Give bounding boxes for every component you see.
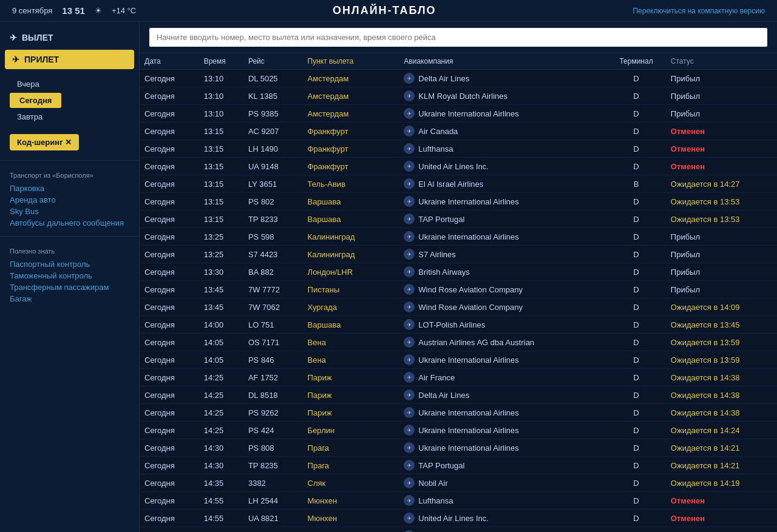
cell-dest[interactable]: Амстердам xyxy=(303,105,399,123)
airline-name: Ukraine International Airlines xyxy=(418,426,518,435)
cell-airline: ✈ Ukraine International Airlines xyxy=(399,527,606,533)
airline-name: Wind Rose Aviation Company xyxy=(418,285,523,294)
cell-date: Сегодня xyxy=(140,158,199,175)
cell-dest[interactable]: Пистаны xyxy=(303,281,399,298)
day-tomorrow[interactable]: Завтра xyxy=(10,109,129,124)
cell-dest[interactable]: Париж xyxy=(303,404,399,422)
cell-dest[interactable]: Франкфурт xyxy=(303,158,399,175)
table-row[interactable]: Сегодня 13:45 7W 7062 Хургада ✈ Wind Ros… xyxy=(140,298,777,316)
table-row[interactable]: Сегодня 14:25 AF 1752 Париж ✈ Air France… xyxy=(140,369,777,386)
cell-status: Прибыл xyxy=(666,70,777,87)
table-row[interactable]: Сегодня 13:15 TP 8233 Варшава ✈ TAP Port… xyxy=(140,210,777,228)
cell-dest[interactable]: Хургада xyxy=(303,298,399,316)
codeshare-button[interactable]: Код-шеринг ✕ xyxy=(10,134,79,150)
sidebar-link-rental[interactable]: Аренда авто xyxy=(10,194,129,206)
arrival-button[interactable]: ✈ ПРИЛЕТ xyxy=(5,50,134,69)
compact-version-link[interactable]: Переключиться на компактную версию xyxy=(633,7,765,15)
table-row[interactable]: Сегодня 14:25 PS 424 Берлин ✈ Ukraine In… xyxy=(140,422,777,439)
info-title: Полезно знать xyxy=(10,247,129,255)
sidebar-link-baggage[interactable]: Багаж xyxy=(10,293,129,305)
table-row[interactable]: Сегодня 14:00 LO 751 Варшава ✈ LOT-Polis… xyxy=(140,316,777,334)
table-row[interactable]: Сегодня 14:30 PS 808 Прага ✈ Ukraine Int… xyxy=(140,439,777,457)
cell-airline: ✈ Ukraine International Airlines xyxy=(399,439,606,457)
sidebar-link-parking[interactable]: Парковка xyxy=(10,183,129,194)
table-row[interactable]: Сегодня 15:05 PS 172 Стокгольм ✈ Ukraine… xyxy=(140,527,777,533)
table-row[interactable]: Сегодня 13:15 UA 9148 Франкфурт ✈ United… xyxy=(140,158,777,175)
airline-name: Delta Air Lines xyxy=(418,74,469,83)
cell-time: 13:45 xyxy=(199,281,243,298)
cell-dest[interactable]: Варшава xyxy=(303,193,399,210)
cell-time: 13:15 xyxy=(199,175,243,193)
search-bar xyxy=(140,22,777,53)
table-row[interactable]: Сегодня 13:30 BA 882 Лондон/LHR ✈ Britis… xyxy=(140,263,777,281)
table-row[interactable]: Сегодня 14:05 OS 7171 Вена ✈ Austrian Ai… xyxy=(140,334,777,351)
sidebar-link-passport[interactable]: Паспортный контроль xyxy=(10,258,129,270)
cell-dest[interactable]: Франкфурт xyxy=(303,140,399,158)
flights-table-container[interactable]: Дата Время Рейс Пункт вылета Авиакомпани… xyxy=(140,53,777,532)
departure-button[interactable]: ✈ ВЫЛЕТ xyxy=(0,28,139,47)
cell-dest[interactable]: Париж xyxy=(303,386,399,404)
table-row[interactable]: Сегодня 13:15 LH 1490 Франкфурт ✈ Luftha… xyxy=(140,140,777,158)
table-row[interactable]: Сегодня 13:15 LY 3651 Тель-Авив ✈ El Al … xyxy=(140,175,777,193)
day-today[interactable]: Сегодня xyxy=(10,93,61,108)
table-row[interactable]: Сегодня 14:25 PS 9262 Париж ✈ Ukraine In… xyxy=(140,404,777,422)
cell-dest[interactable]: Лондон/LHR xyxy=(303,263,399,281)
table-row[interactable]: Сегодня 13:15 AC 9207 Франкфурт ✈ Air Ca… xyxy=(140,123,777,140)
cell-dest[interactable]: Прага xyxy=(303,457,399,474)
cell-dest[interactable]: Франкфурт xyxy=(303,123,399,140)
sidebar-link-skybus[interactable]: Sky Bus xyxy=(10,206,129,217)
table-row[interactable]: Сегодня 14:55 UA 8821 Мюнхен ✈ United Ai… xyxy=(140,510,777,527)
cell-dest[interactable]: Варшава xyxy=(303,210,399,228)
cell-flight: UA 9148 xyxy=(243,158,303,175)
cell-flight: DL 8518 xyxy=(243,386,303,404)
table-row[interactable]: Сегодня 14:05 PS 846 Вена ✈ Ukraine Inte… xyxy=(140,351,777,369)
cell-flight: PS 598 xyxy=(243,228,303,246)
cell-dest[interactable]: Амстердам xyxy=(303,87,399,105)
table-row[interactable]: Сегодня 14:30 TP 8235 Прага ✈ TAP Portug… xyxy=(140,457,777,474)
cell-dest[interactable]: Варшава xyxy=(303,316,399,334)
cell-dest[interactable]: Мюнхен xyxy=(303,510,399,527)
day-yesterday[interactable]: Вчера xyxy=(10,76,129,92)
cell-dest[interactable]: Сляк xyxy=(303,474,399,492)
table-row[interactable]: Сегодня 13:10 PS 9385 Амстердам ✈ Ukrain… xyxy=(140,105,777,123)
table-row[interactable]: Сегодня 13:45 7W 7772 Пистаны ✈ Wind Ros… xyxy=(140,281,777,298)
cell-dest[interactable]: Вена xyxy=(303,351,399,369)
cell-status: Прибыл xyxy=(666,105,777,123)
cell-flight: PS 424 xyxy=(243,422,303,439)
cell-dest[interactable]: Стокгольм xyxy=(303,527,399,533)
table-row[interactable]: Сегодня 14:25 DL 8518 Париж ✈ Delta Air … xyxy=(140,386,777,404)
airline-name: Ukraine International Airlines xyxy=(418,109,518,118)
table-row[interactable]: Сегодня 13:25 S7 4423 Калининград ✈ S7 A… xyxy=(140,246,777,263)
cell-dest[interactable]: Берлин xyxy=(303,422,399,439)
search-input[interactable] xyxy=(149,28,767,47)
table-row[interactable]: Сегодня 13:15 PS 802 Варшава ✈ Ukraine I… xyxy=(140,193,777,210)
airline-logo-icon: ✈ xyxy=(404,126,415,136)
cell-status: Отменен xyxy=(666,492,777,510)
cell-dest[interactable]: Вена xyxy=(303,334,399,351)
airline-name: Air Canada xyxy=(418,127,458,136)
cell-dest[interactable]: Прага xyxy=(303,439,399,457)
cell-dest[interactable]: Амстердам xyxy=(303,70,399,87)
cell-flight: PS 846 xyxy=(243,351,303,369)
col-header-dest: Пункт вылета xyxy=(303,53,399,70)
cell-terminal: D xyxy=(606,140,666,158)
cell-dest[interactable]: Тель-Авив xyxy=(303,175,399,193)
cell-time: 13:15 xyxy=(199,123,243,140)
arrival-icon: ✈ xyxy=(12,55,19,64)
cell-dest[interactable]: Париж xyxy=(303,369,399,386)
table-row[interactable]: Сегодня 14:35 3382 Сляк ✈ Nobil Air D Ож… xyxy=(140,474,777,492)
sidebar-link-transfer[interactable]: Трансферным пассажирам xyxy=(10,281,129,293)
cell-flight: 7W 7772 xyxy=(243,281,303,298)
sidebar-link-buses[interactable]: Автобусы дальнего сообщения xyxy=(10,217,129,229)
table-row[interactable]: Сегодня 13:10 KL 1385 Амстердам ✈ KLM Ro… xyxy=(140,87,777,105)
cell-dest[interactable]: Калининград xyxy=(303,246,399,263)
table-row[interactable]: Сегодня 14:55 LH 2544 Мюнхен ✈ Lufthansa… xyxy=(140,492,777,510)
cell-terminal: D xyxy=(606,70,666,87)
cell-status: Ожидается в 13:59 xyxy=(666,351,777,369)
cell-dest[interactable]: Калининград xyxy=(303,228,399,246)
airline-logo-icon: ✈ xyxy=(404,196,415,207)
cell-dest[interactable]: Мюнхен xyxy=(303,492,399,510)
table-row[interactable]: Сегодня 13:10 DL 5025 Амстердам ✈ Delta … xyxy=(140,70,777,87)
sidebar-link-customs[interactable]: Таможенный контроль xyxy=(10,270,129,281)
table-row[interactable]: Сегодня 13:25 PS 598 Калининград ✈ Ukrai… xyxy=(140,228,777,246)
